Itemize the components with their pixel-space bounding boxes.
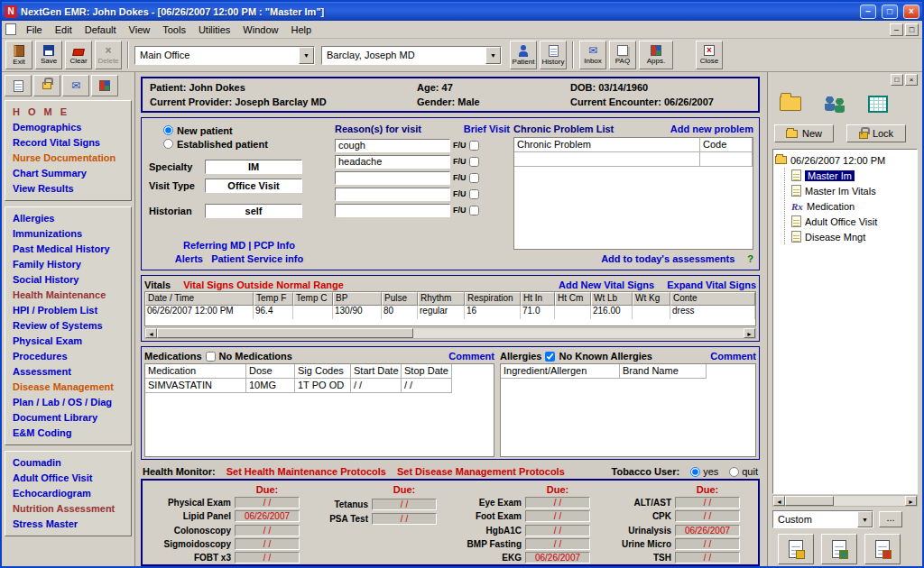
sidebar-item-physical-exam[interactable]: Physical Exam xyxy=(5,334,131,349)
vitals-column[interactable]: Temp C xyxy=(293,292,333,306)
vitals-column[interactable]: Pulse xyxy=(382,292,418,306)
due-item-value[interactable]: / / xyxy=(372,499,437,510)
referring-md-pcp-link[interactable]: Referring MD | PCP Info xyxy=(183,240,295,251)
scroll-right-icon[interactable]: ► xyxy=(744,328,755,338)
due-item-value[interactable]: / / xyxy=(525,538,590,550)
due-item-value[interactable]: / / xyxy=(235,552,300,563)
reason-input-1[interactable] xyxy=(335,139,450,152)
menu-help[interactable]: Help xyxy=(284,23,318,37)
add-assessments-link[interactable]: Add to today's assessments xyxy=(601,253,735,264)
sidebar-item-home[interactable]: H O M E xyxy=(5,105,131,120)
tobacco-quit-radio[interactable] xyxy=(729,467,739,477)
menu-utilities[interactable]: Utilities xyxy=(192,23,236,37)
menu-file[interactable]: File xyxy=(20,23,49,37)
delete-button[interactable]: × Delete xyxy=(95,41,122,69)
menu-tools[interactable]: Tools xyxy=(156,23,192,37)
sidebar-item-em-coding[interactable]: E&M Coding xyxy=(5,426,131,441)
tree-root-encounter[interactable]: 06/26/2007 12:00 PM xyxy=(775,152,915,168)
vitals-column[interactable]: Conte xyxy=(670,292,755,306)
code-column[interactable]: Code xyxy=(700,138,753,152)
sidebar-item-echocardiogram[interactable]: Echocardiogram xyxy=(5,486,131,501)
minimize-button[interactable]: – xyxy=(860,5,876,19)
patient-service-info-link[interactable]: Patient Service info xyxy=(211,253,303,264)
tree-item-master-im[interactable]: Master Im xyxy=(791,168,915,183)
add-new-problem-link[interactable]: Add new problem xyxy=(670,124,753,134)
document-tool-button[interactable] xyxy=(778,534,814,564)
sidebar-item-plan-lab-os-diag[interactable]: Plan / Lab / OS / Diag xyxy=(5,395,131,410)
sidebar-item-assessment[interactable]: Assessment xyxy=(5,364,131,380)
fu-checkbox-1[interactable] xyxy=(469,141,479,151)
calendar-icon[interactable] xyxy=(868,96,888,113)
clear-button[interactable]: Clear xyxy=(65,41,92,69)
stop-date-column[interactable]: Stop Date xyxy=(402,364,452,379)
new-encounter-button[interactable]: New xyxy=(774,124,834,142)
no-known-allergies-checkbox[interactable] xyxy=(545,352,555,362)
set-disease-management-protocols-link[interactable]: Set Disease Management Protocols xyxy=(397,466,565,477)
billing-icon-button[interactable] xyxy=(33,75,60,96)
fu-checkbox-2[interactable] xyxy=(469,157,479,167)
sidebar-item-adult-office-visit[interactable]: Adult Office Visit xyxy=(5,471,131,486)
sidebar-item-allergies[interactable]: Allergies xyxy=(5,211,131,226)
sig-codes-column[interactable]: Sig Codes xyxy=(295,364,351,379)
sidebar-item-review-of-systems[interactable]: Review of Systems xyxy=(5,318,131,334)
encounters-icon-button[interactable] xyxy=(5,75,32,96)
reason-input-4[interactable] xyxy=(335,188,450,201)
apps-button[interactable]: Apps. xyxy=(639,41,673,69)
medication-row[interactable]: SIMVASTATIN 10MG 1T PO OD / / / / xyxy=(145,379,494,393)
sidebar-item-disease-management[interactable]: Disease Management xyxy=(5,380,131,395)
chevron-down-icon[interactable]: ▼ xyxy=(299,47,314,64)
vitals-column[interactable]: Respiration xyxy=(465,292,521,306)
close-template-button[interactable]: × Close xyxy=(696,41,723,69)
vitals-column[interactable]: Wt Kg xyxy=(633,292,670,306)
tree-horizontal-scrollbar[interactable]: ◄ ► xyxy=(772,495,918,507)
tree-item-medication[interactable]: Rx Medication xyxy=(791,198,915,214)
menu-view[interactable]: View xyxy=(123,23,157,37)
menu-edit[interactable]: Edit xyxy=(49,23,79,37)
sidebar-item-chart-summary[interactable]: Chart Summary xyxy=(5,166,131,181)
sidebar-item-past-medical-history[interactable]: Past Medical History xyxy=(5,242,131,257)
new-patient-radio[interactable] xyxy=(163,125,173,135)
maximize-button[interactable]: □ xyxy=(882,5,898,19)
menu-default[interactable]: Default xyxy=(79,23,123,37)
letters-icon-button[interactable]: ✉ xyxy=(62,75,89,96)
established-patient-option[interactable]: Established patient xyxy=(163,137,329,151)
provider-select[interactable]: Barclay, Joseph MD ▼ xyxy=(321,46,502,65)
mdi-child-icon[interactable] xyxy=(5,23,16,35)
patients-icon[interactable] xyxy=(823,95,846,113)
document-tool-button[interactable] xyxy=(821,534,857,564)
due-item-value[interactable]: / / xyxy=(675,552,740,563)
sidebar-item-coumadin[interactable]: Coumadin xyxy=(5,455,131,471)
more-options-button[interactable]: ... xyxy=(879,511,902,527)
sidebar-item-immunizations[interactable]: Immunizations xyxy=(5,226,131,242)
document-tool-button[interactable] xyxy=(864,534,901,564)
due-item-value[interactable]: / / xyxy=(525,497,590,508)
allergies-comment-link[interactable]: Comment xyxy=(710,351,756,362)
chevron-down-icon[interactable]: ▼ xyxy=(485,47,501,64)
sidebar-item-hpi-problem-list[interactable]: HPI / Problem List xyxy=(5,303,131,318)
reason-input-5[interactable] xyxy=(335,204,450,217)
medications-comment-link[interactable]: Comment xyxy=(448,351,494,362)
brief-visit-link[interactable]: Brief Visit xyxy=(464,124,510,134)
set-health-maintenance-protocols-link[interactable]: Set Health Maintenance Protocols xyxy=(226,466,386,477)
inbox-button[interactable]: ✉ Inbox xyxy=(579,41,606,69)
tree-item-disease-mngt[interactable]: Disease Mngt xyxy=(791,229,915,244)
close-button[interactable]: × xyxy=(903,5,919,19)
vitals-column[interactable]: Date / Time xyxy=(145,292,254,306)
scroll-left-icon[interactable]: ◄ xyxy=(773,496,785,506)
history-button[interactable]: History xyxy=(540,41,567,69)
sidebar-item-view-results[interactable]: View Results xyxy=(5,181,131,197)
tree-filter-select[interactable]: Custom ▼ xyxy=(772,510,873,528)
established-patient-radio[interactable] xyxy=(163,139,173,149)
due-item-value[interactable]: / / xyxy=(675,497,740,508)
paq-button[interactable]: PAQ xyxy=(609,41,636,69)
chevron-down-icon[interactable]: ▼ xyxy=(857,511,873,527)
expand-vital-signs-link[interactable]: Expand Vital Signs xyxy=(667,279,756,290)
start-date-column[interactable]: Start Date xyxy=(351,364,402,379)
sidebar-item-social-history[interactable]: Social History xyxy=(5,272,131,288)
due-item-value[interactable]: / / xyxy=(235,525,300,536)
scrollbar-track[interactable] xyxy=(413,328,744,338)
vitals-horizontal-scrollbar[interactable]: ◄ ► xyxy=(144,327,756,339)
sidebar-item-stress-master[interactable]: Stress Master xyxy=(5,517,131,532)
vitals-row[interactable]: 06/26/2007 12:00 PM 96.4 130/90 80 regul… xyxy=(145,306,755,319)
vitals-column[interactable]: Wt Lb xyxy=(591,292,633,306)
